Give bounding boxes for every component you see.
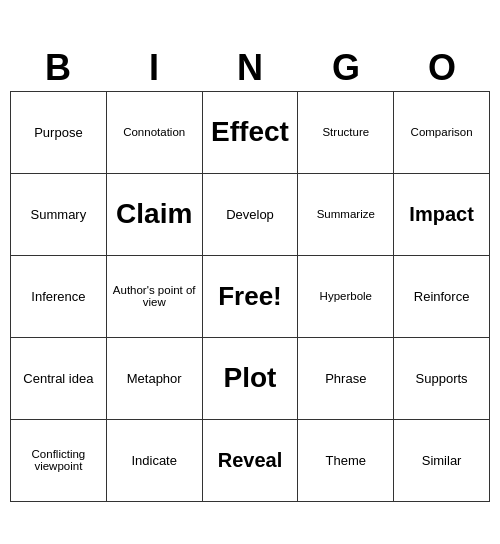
bingo-cell-r2-c3: Hyperbole: [298, 255, 394, 337]
bingo-cell-r3-c0: Central idea: [11, 337, 107, 419]
bingo-cell-r4-c2: Reveal: [202, 419, 298, 501]
table-row: Conflicting viewpointIndicateRevealTheme…: [11, 419, 490, 501]
bingo-cell-r2-c2: Free!: [202, 255, 298, 337]
bingo-cell-r4-c3: Theme: [298, 419, 394, 501]
bingo-cell-r0-c4: Comparison: [394, 91, 490, 173]
bingo-cell-r4-c0: Conflicting viewpoint: [11, 419, 107, 501]
bingo-cell-r2-c4: Reinforce: [394, 255, 490, 337]
bingo-letter-b: B: [14, 47, 102, 89]
bingo-letter-o: O: [398, 47, 486, 89]
bingo-header: BINGO: [10, 43, 490, 91]
bingo-cell-r3-c1: Metaphor: [106, 337, 202, 419]
bingo-cell-r0-c1: Connotation: [106, 91, 202, 173]
bingo-cell-r4-c1: Indicate: [106, 419, 202, 501]
bingo-cell-r3-c4: Supports: [394, 337, 490, 419]
bingo-letter-n: N: [206, 47, 294, 89]
bingo-cell-r4-c4: Similar: [394, 419, 490, 501]
bingo-letter-i: I: [110, 47, 198, 89]
bingo-cell-r2-c0: Inference: [11, 255, 107, 337]
table-row: InferenceAuthor's point of viewFree!Hype…: [11, 255, 490, 337]
bingo-cell-r1-c1: Claim: [106, 173, 202, 255]
bingo-cell-r1-c4: Impact: [394, 173, 490, 255]
table-row: Central ideaMetaphorPlotPhraseSupports: [11, 337, 490, 419]
bingo-cell-r3-c2: Plot: [202, 337, 298, 419]
bingo-cell-r0-c2: Effect: [202, 91, 298, 173]
table-row: SummaryClaimDevelopSummarizeImpact: [11, 173, 490, 255]
bingo-letter-g: G: [302, 47, 390, 89]
bingo-grid: PurposeConnotationEffectStructureCompari…: [10, 91, 490, 502]
bingo-cell-r2-c1: Author's point of view: [106, 255, 202, 337]
bingo-cell-r0-c0: Purpose: [11, 91, 107, 173]
bingo-cell-r1-c0: Summary: [11, 173, 107, 255]
bingo-cell-r1-c2: Develop: [202, 173, 298, 255]
table-row: PurposeConnotationEffectStructureCompari…: [11, 91, 490, 173]
bingo-cell-r0-c3: Structure: [298, 91, 394, 173]
bingo-cell-r3-c3: Phrase: [298, 337, 394, 419]
bingo-cell-r1-c3: Summarize: [298, 173, 394, 255]
bingo-card: BINGO PurposeConnotationEffectStructureC…: [10, 43, 490, 502]
